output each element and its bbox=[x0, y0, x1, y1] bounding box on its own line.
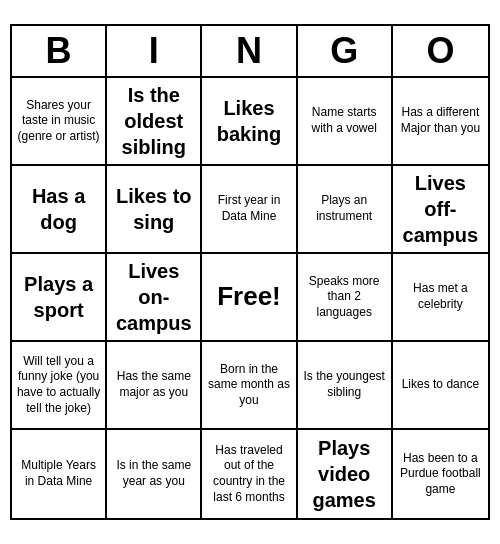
bingo-cell-20[interactable]: Multiple Years in Data Mine bbox=[12, 430, 107, 518]
bingo-cell-21[interactable]: Is in the same year as you bbox=[107, 430, 202, 518]
bingo-cell-12[interactable]: Free! bbox=[202, 254, 297, 342]
bingo-cell-1[interactable]: Is the oldest sibling bbox=[107, 78, 202, 166]
bingo-card: BINGO Shares your taste in music (genre … bbox=[10, 24, 490, 520]
bingo-cell-19[interactable]: Likes to dance bbox=[393, 342, 488, 430]
bingo-cell-22[interactable]: Has traveled out of the country in the l… bbox=[202, 430, 297, 518]
bingo-cell-24[interactable]: Has been to a Purdue football game bbox=[393, 430, 488, 518]
bingo-cell-11[interactable]: Lives on-campus bbox=[107, 254, 202, 342]
bingo-cell-14[interactable]: Has met a celebrity bbox=[393, 254, 488, 342]
bingo-cell-17[interactable]: Born in the same month as you bbox=[202, 342, 297, 430]
bingo-cell-18[interactable]: Is the youngest sibling bbox=[298, 342, 393, 430]
bingo-cell-7[interactable]: First year in Data Mine bbox=[202, 166, 297, 254]
bingo-cell-16[interactable]: Has the same major as you bbox=[107, 342, 202, 430]
bingo-letter-g: G bbox=[298, 26, 393, 76]
bingo-cell-13[interactable]: Speaks more than 2 languages bbox=[298, 254, 393, 342]
bingo-header: BINGO bbox=[12, 26, 488, 78]
bingo-cell-2[interactable]: Likes baking bbox=[202, 78, 297, 166]
bingo-grid: Shares your taste in music (genre or art… bbox=[12, 78, 488, 518]
bingo-cell-3[interactable]: Name starts with a vowel bbox=[298, 78, 393, 166]
bingo-cell-6[interactable]: Likes to sing bbox=[107, 166, 202, 254]
bingo-letter-n: N bbox=[202, 26, 297, 76]
bingo-cell-4[interactable]: Has a different Major than you bbox=[393, 78, 488, 166]
bingo-cell-15[interactable]: Will tell you a funny joke (you have to … bbox=[12, 342, 107, 430]
bingo-cell-10[interactable]: Plays a sport bbox=[12, 254, 107, 342]
bingo-cell-23[interactable]: Plays video games bbox=[298, 430, 393, 518]
bingo-cell-8[interactable]: Plays an instrument bbox=[298, 166, 393, 254]
bingo-letter-i: I bbox=[107, 26, 202, 76]
bingo-cell-5[interactable]: Has a dog bbox=[12, 166, 107, 254]
bingo-letter-b: B bbox=[12, 26, 107, 76]
bingo-cell-9[interactable]: Lives off-campus bbox=[393, 166, 488, 254]
bingo-letter-o: O bbox=[393, 26, 488, 76]
bingo-cell-0[interactable]: Shares your taste in music (genre or art… bbox=[12, 78, 107, 166]
